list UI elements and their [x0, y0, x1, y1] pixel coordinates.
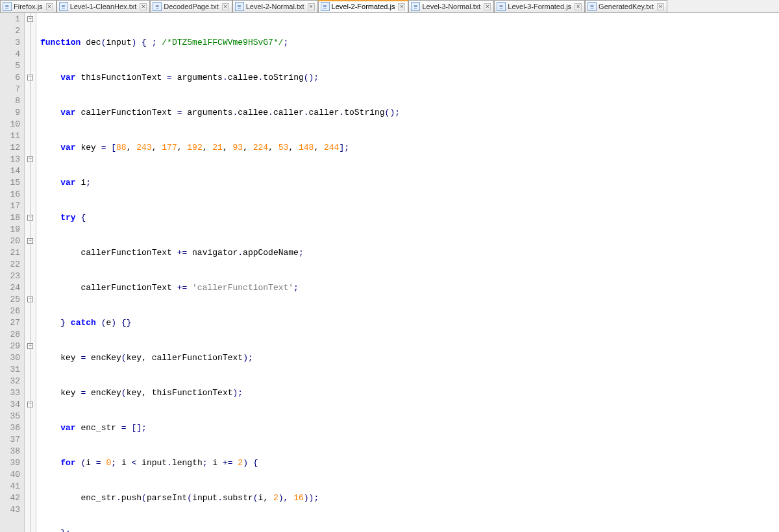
- tab-bar: ≡Firefox.js×≡Level-1-CleanHex.txt×≡Decod…: [0, 0, 779, 13]
- fold-marker: [25, 176, 36, 188]
- fold-marker[interactable]: −: [25, 235, 36, 247]
- tab-label: Level-3-Normal.txt: [422, 3, 480, 10]
- line-number: 11: [2, 130, 20, 142]
- line-number: 10: [2, 119, 20, 130]
- editor-tab[interactable]: ≡GeneratedKey.txt×: [585, 0, 667, 12]
- fold-marker: [25, 188, 36, 200]
- line-number: 43: [2, 504, 20, 516]
- line-number: 9: [2, 107, 20, 119]
- editor-tab[interactable]: ≡Level-1-CleanHex.txt×: [56, 0, 151, 12]
- code-area[interactable]: function dec(input) { ; /*DTZ5melFFCWVme…: [36, 13, 779, 532]
- fold-marker: [25, 363, 36, 375]
- fold-marker[interactable]: −: [25, 398, 36, 410]
- line-number: 1: [2, 14, 20, 25]
- fold-marker: [25, 141, 36, 153]
- code-line: } catch (e) {}: [40, 317, 779, 329]
- fold-marker: [25, 492, 36, 503]
- fold-marker[interactable]: −: [25, 293, 36, 305]
- close-icon[interactable]: ×: [657, 3, 664, 10]
- line-number: 41: [2, 481, 20, 492]
- line-number: 7: [2, 84, 20, 95]
- editor-tab[interactable]: ≡DecodedPage.txt×: [150, 0, 232, 12]
- close-icon[interactable]: ×: [484, 3, 491, 10]
- editor-tab[interactable]: ≡Level-2-Normal.txt×: [232, 0, 318, 12]
- fold-marker: [25, 515, 36, 527]
- close-icon[interactable]: ×: [398, 3, 405, 10]
- close-icon[interactable]: ×: [140, 3, 147, 10]
- editor-tab[interactable]: ≡Level-3-Formated.js×: [494, 0, 585, 12]
- tab-label: Level-2-Normal.txt: [246, 3, 304, 10]
- close-icon[interactable]: ×: [575, 3, 582, 10]
- line-number: 2: [2, 25, 20, 37]
- code-line: callerFunctionText += 'callerFunctionTex…: [40, 282, 779, 294]
- code-line: key = encKey(key, thisFunctionText);: [40, 387, 779, 399]
- fold-marker: [25, 352, 36, 363]
- line-number: 17: [2, 200, 20, 212]
- tab-label: DecodedPage.txt: [164, 3, 218, 10]
- fold-marker: [25, 468, 36, 480]
- fold-marker: [25, 25, 36, 36]
- editor: 1234567891011121314151617181920212223242…: [0, 13, 779, 532]
- code-line: var key = [88, 243, 177, 192, 21, 93, 22…: [40, 142, 779, 154]
- fold-marker[interactable]: −: [25, 153, 36, 165]
- fold-marker[interactable]: −: [25, 71, 36, 83]
- line-number-gutter: 1234567891011121314151617181920212223242…: [0, 13, 25, 532]
- fold-marker[interactable]: −: [25, 340, 36, 352]
- tab-label: Firefox.js: [14, 3, 43, 10]
- line-number: 18: [2, 212, 20, 224]
- editor-tab[interactable]: ≡Firefox.js×: [0, 0, 56, 12]
- file-icon: ≡: [321, 2, 330, 11]
- file-icon: ≡: [411, 2, 420, 11]
- close-icon[interactable]: ×: [46, 3, 53, 10]
- tab-label: Level-1-CleanHex.txt: [70, 3, 137, 10]
- fold-marker: [25, 200, 36, 212]
- close-icon[interactable]: ×: [308, 3, 315, 10]
- line-number: 6: [2, 72, 20, 84]
- fold-marker: [25, 445, 36, 457]
- fold-marker: [25, 422, 36, 433]
- line-number: 12: [2, 142, 20, 154]
- line-number: 4: [2, 49, 20, 60]
- fold-marker: [25, 95, 36, 106]
- fold-marker: [25, 282, 36, 293]
- code-line: enc_str.push(parseInt(input.substr(i, 2)…: [40, 492, 779, 504]
- line-number: 8: [2, 95, 20, 107]
- code-line: var thisFunctionText = arguments.callee.…: [40, 72, 779, 84]
- line-number: 40: [2, 469, 20, 481]
- line-number: 32: [2, 376, 20, 387]
- fold-marker[interactable]: −: [25, 212, 36, 223]
- line-number: 24: [2, 282, 20, 294]
- editor-tab[interactable]: ≡Level-2-Formated.js×: [318, 0, 409, 12]
- fold-marker: [25, 106, 36, 118]
- fold-marker[interactable]: −: [25, 13, 36, 25]
- code-line: var i;: [40, 177, 779, 189]
- fold-marker: [25, 165, 36, 176]
- line-number: 28: [2, 329, 20, 341]
- fold-marker: [25, 410, 36, 422]
- code-line: var callerFunctionText = arguments.calle…: [40, 107, 779, 119]
- fold-marker: [25, 36, 36, 48]
- editor-tab[interactable]: ≡Level-3-Normal.txt×: [408, 0, 494, 12]
- file-icon: ≡: [153, 2, 162, 11]
- close-icon[interactable]: ×: [222, 3, 229, 10]
- line-number: 14: [2, 165, 20, 177]
- fold-marker: [25, 60, 36, 71]
- code-line: try {: [40, 212, 779, 224]
- line-number: 23: [2, 271, 20, 282]
- line-number: 3: [2, 37, 20, 49]
- code-line: var enc_str = [];: [40, 422, 779, 434]
- code-line: function dec(input) { ; /*DTZ5melFFCWVme…: [40, 37, 779, 49]
- line-number: 25: [2, 294, 20, 306]
- fold-marker: [25, 317, 36, 328]
- fold-marker: [25, 328, 36, 340]
- fold-marker: [25, 247, 36, 258]
- fold-marker: [25, 387, 36, 398]
- line-number: 34: [2, 399, 20, 411]
- file-icon: ≡: [3, 2, 12, 11]
- file-icon: ≡: [587, 2, 597, 11]
- fold-marker: [25, 48, 36, 60]
- line-number: 33: [2, 387, 20, 399]
- code-line: for (i = 0; i < input.length; i += 2) {: [40, 457, 779, 469]
- line-number: 30: [2, 352, 20, 364]
- tab-label: Level-2-Formated.js: [332, 3, 395, 10]
